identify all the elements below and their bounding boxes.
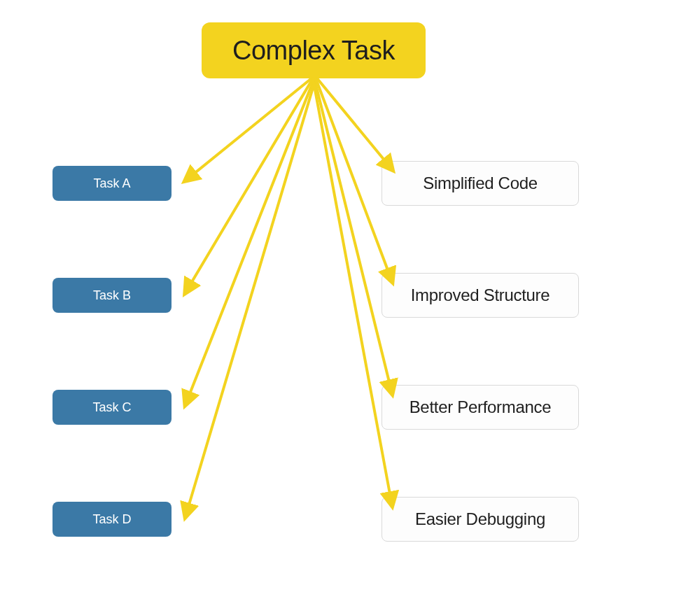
benefit-label: Improved Structure: [411, 286, 550, 305]
arrow-to-task-a: [186, 78, 312, 181]
benefit-node-improved-structure: Improved Structure: [382, 273, 579, 318]
task-label: Task C: [92, 400, 131, 415]
arrow-to-benefit-1: [317, 78, 392, 169]
arrow-to-task-d: [186, 78, 316, 516]
task-label: Task A: [93, 176, 130, 191]
task-node-d: Task D: [52, 502, 172, 537]
arrow-to-task-b: [186, 78, 313, 293]
benefit-label: Easier Debugging: [415, 509, 545, 529]
arrow-to-benefit-2: [316, 78, 392, 281]
benefit-node-easier-debugging: Easier Debugging: [382, 497, 579, 542]
task-node-c: Task C: [52, 390, 172, 425]
benefit-label: Simplified Code: [423, 174, 538, 193]
task-node-b: Task B: [52, 278, 172, 313]
task-node-a: Task A: [52, 166, 172, 201]
arrow-to-benefit-3: [314, 78, 392, 393]
benefit-node-better-performance: Better Performance: [382, 385, 579, 430]
arrow-to-task-c: [186, 78, 314, 404]
benefit-node-simplified-code: Simplified Code: [382, 161, 579, 206]
task-label: Task D: [92, 512, 131, 527]
benefit-label: Better Performance: [410, 397, 552, 417]
task-label: Task B: [93, 288, 131, 303]
root-node: Complex Task: [202, 22, 426, 78]
arrow-to-benefit-4: [313, 78, 392, 505]
root-label: Complex Task: [232, 36, 395, 66]
